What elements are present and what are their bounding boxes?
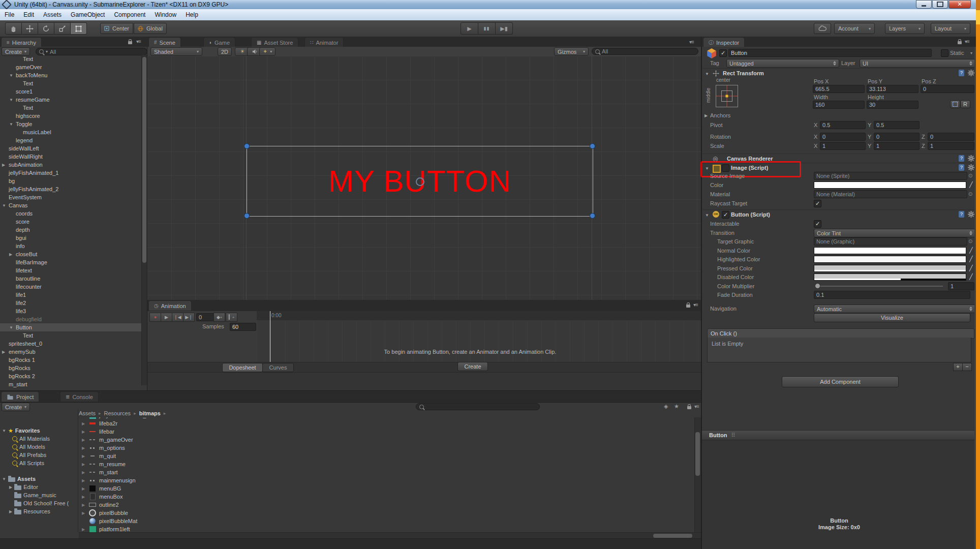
disabled-color-swatch[interactable] — [814, 273, 966, 281]
file-lifebar[interactable]: ▶lifebar — [79, 428, 689, 436]
scale-y-field[interactable]: 1 — [874, 142, 920, 150]
add-event-button[interactable]: ▎+ — [226, 313, 237, 322]
target-graphic-object-field[interactable]: None (Graphic) — [814, 237, 967, 246]
rotation-y-field[interactable]: 0 — [874, 133, 920, 141]
eyedropper-icon[interactable]: ╱ — [969, 256, 973, 262]
foldout-closed-icon[interactable]: ▶ — [82, 511, 85, 515]
pivot-handle[interactable] — [416, 177, 424, 186]
hierarchy-item-enemysub[interactable]: ▶enemySub — [0, 348, 141, 356]
tab-game[interactable]: ◗Game — [203, 37, 235, 47]
layer-dropdown[interactable]: UI — [860, 59, 975, 68]
hierarchy-item-text[interactable]: Text — [0, 79, 141, 87]
gizmos-dropdown[interactable]: Gizmos▾ — [554, 47, 589, 56]
cloud-button[interactable] — [814, 23, 831, 34]
close-button[interactable]: ✕ — [948, 0, 971, 9]
playhead-line[interactable] — [270, 311, 270, 362]
effects-dropdown[interactable]: ✦▾ — [259, 47, 275, 56]
foldout-closed-icon[interactable]: ▶ — [82, 462, 85, 467]
menu-gameobject[interactable]: GameObject — [66, 11, 109, 18]
hierarchy-item-subanimation[interactable]: ▶subAnimation — [0, 161, 141, 169]
hierarchy-item-bgui[interactable]: bgui — [0, 234, 141, 242]
hierarchy-item-sidewallleft[interactable]: sideWallLeft — [0, 144, 141, 152]
hierarchy-item-lifecounter[interactable]: lifecounter — [0, 283, 141, 291]
scrollbar-thumb[interactable] — [142, 57, 146, 263]
hierarchy-item-legend[interactable]: legend — [0, 136, 141, 144]
help-icon[interactable]: ? — [959, 155, 964, 162]
hierarchy-item-button[interactable]: ▼Button — [0, 323, 141, 331]
pivot-x-field[interactable]: 0.5 — [820, 121, 866, 129]
curves-tab-button[interactable]: Curves — [262, 363, 294, 372]
scene-search-input[interactable]: All — [592, 48, 698, 55]
hierarchy-item-highscore[interactable]: highscore — [0, 112, 141, 120]
hierarchy-item-closebut[interactable]: ▶closeBut — [0, 250, 141, 258]
animation-timeline-ruler[interactable]: 0:00 — [257, 311, 701, 321]
hierarchy-item-coords[interactable]: coords — [0, 209, 141, 218]
foldout-open-icon[interactable]: ▼ — [705, 213, 709, 218]
prev-key-button[interactable]: ❘◀ — [172, 313, 183, 322]
hierarchy-item-baroutline[interactable]: baroutline — [0, 274, 141, 283]
hierarchy-item-info[interactable]: info — [0, 242, 141, 250]
foldout-closed-icon[interactable]: ▶ — [82, 478, 85, 483]
hierarchy-item-lifebarimage[interactable]: lifeBarImage — [0, 258, 141, 266]
hierarchy-item-backtomenu[interactable]: ▼backToMenu — [0, 71, 141, 79]
tab-animation[interactable]: ◷Animation — [148, 300, 192, 311]
foldout-closed-icon[interactable]: ▶ — [705, 113, 708, 118]
add-listener-button[interactable]: + — [953, 363, 963, 371]
gameobject-name-field[interactable]: Button — [728, 49, 932, 57]
file-m-options[interactable]: ▶m_options — [79, 444, 689, 452]
static-dropdown-arrow[interactable]: ▾ — [970, 51, 972, 55]
hierarchy-item-bgrocks-2[interactable]: bgRocks 2 — [0, 372, 141, 380]
object-picker-icon[interactable]: ⊙ — [968, 238, 972, 244]
button-enabled-checkbox[interactable]: ✓ — [722, 211, 729, 219]
foldout-open-icon[interactable]: ▼ — [705, 72, 709, 76]
raycast-target-checkbox[interactable]: ✓ — [814, 200, 821, 207]
hierarchy-item-spritesheet-0[interactable]: spritesheet_0 — [0, 340, 141, 348]
help-icon[interactable]: ? — [959, 211, 964, 218]
scene-panel-options[interactable]: ▾≡ — [689, 39, 694, 45]
navigation-dropdown[interactable]: Automatic — [814, 304, 975, 313]
static-checkbox[interactable] — [941, 49, 948, 57]
hierarchy-item-score1[interactable]: score1 — [0, 87, 141, 96]
foldout-closed-icon[interactable]: ▶ — [82, 430, 85, 434]
tree-favorites[interactable]: ▼★Favorites — [2, 426, 40, 435]
scrollbar-thumb[interactable] — [695, 432, 700, 476]
frame-field[interactable]: 0 — [196, 313, 215, 321]
hierarchy-item-text[interactable]: Text — [0, 104, 141, 112]
tab-scene[interactable]: #Scene — [148, 37, 181, 47]
active-checkbox[interactable]: ✓ — [719, 49, 727, 57]
tab-inspector[interactable]: ⓘInspector — [703, 37, 745, 47]
hierarchy-item-gameover[interactable]: gameOver — [0, 63, 141, 71]
drag-handle-icon[interactable]: ⠿ — [731, 432, 735, 439]
foldout-open-icon[interactable]: ▼ — [2, 203, 6, 208]
foldout-closed-icon[interactable]: ▶ — [82, 446, 85, 450]
slider-knob[interactable] — [815, 283, 820, 289]
foldout-open-icon[interactable]: ▼ — [9, 98, 13, 102]
tree-assets-root[interactable]: ▼Assets — [2, 475, 36, 483]
animation-create-button[interactable]: Create — [457, 362, 488, 371]
tab-project[interactable]: Project — [1, 391, 39, 402]
eyedropper-icon[interactable]: ╱ — [969, 181, 973, 188]
help-icon[interactable]: ? — [959, 164, 964, 171]
tab-asset-store[interactable]: ▦Asset Store — [251, 37, 298, 47]
hierarchy-item-canvas[interactable]: ▼Canvas — [0, 201, 141, 209]
foldout-closed-icon[interactable]: ▶ — [82, 438, 85, 442]
file-m-gameover[interactable]: ▶m_gameOver — [79, 436, 689, 444]
hierarchy-item-depth[interactable]: depth — [0, 226, 141, 234]
scene-viewport[interactable]: MY BUTTON — [147, 56, 701, 300]
menu-file[interactable]: File — [0, 11, 19, 18]
tag-dropdown[interactable]: Untagged — [726, 59, 839, 68]
title-bar[interactable]: Unity (64bit) - Canvas.unity - Submarine… — [0, 0, 976, 9]
menu-window[interactable]: Window — [150, 11, 181, 18]
button-component-header[interactable]: ▼ OK ✓ Button (Script) ? — [702, 209, 976, 220]
layout-dropdown[interactable]: Layout▾ — [931, 23, 970, 34]
file-pixelbubble[interactable]: ▶pixelBubble — [79, 509, 689, 517]
preview-header[interactable]: Button ⠿ — [702, 430, 976, 440]
file-platform1left[interactable]: ▶platform1left — [79, 525, 689, 532]
eyedropper-icon[interactable]: ╱ — [969, 247, 973, 254]
foldout-closed-icon[interactable]: ▶ — [9, 509, 12, 514]
samples-field[interactable]: 60 — [230, 323, 256, 331]
width-field[interactable]: 160 — [813, 101, 865, 109]
rect-handle-top-right[interactable] — [590, 143, 595, 149]
files-vertical-scrollbar[interactable] — [694, 417, 701, 532]
pause-button[interactable]: ▮▮ — [478, 22, 496, 35]
